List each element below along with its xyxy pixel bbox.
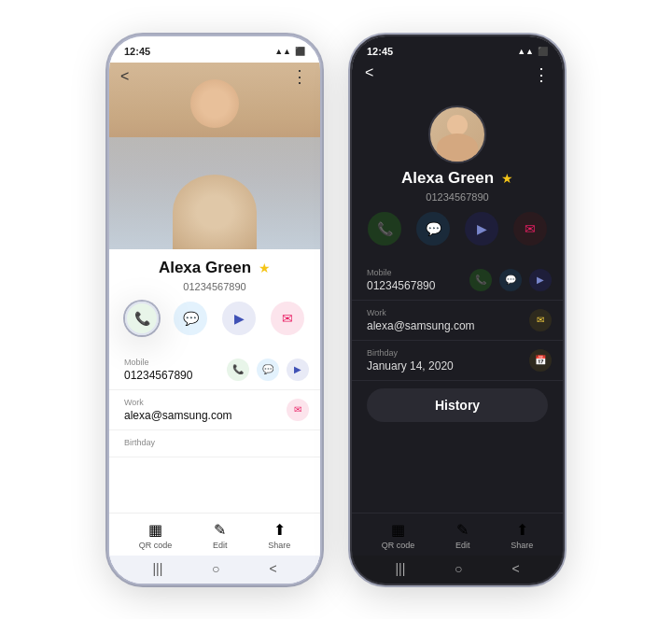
details-list-light: Mobile 01234567890 📞 💬 ▶ Work alexa@sams…: [109, 350, 320, 513]
back-button-light[interactable]: <: [120, 68, 129, 85]
light-phone: 12:45 ▲▲ ⬛ < ⋮ Alexa Gr: [107, 35, 322, 585]
action-row-light: 📞 💬 ▶ ✉: [124, 302, 305, 335]
share-label-light: Share: [268, 541, 290, 550]
birthday-actions-dark: 📅: [529, 349, 552, 372]
contact-phone-light: 01234567890: [124, 281, 305, 292]
work-detail-light: Work alexa@samsung.com ✉: [109, 390, 320, 430]
call-button-dark[interactable]: 📞: [368, 212, 401, 246]
qr-code-button-light[interactable]: ▦ QR code: [139, 521, 173, 550]
qr-code-button-dark[interactable]: ▦ QR code: [382, 521, 415, 550]
work-email-btn-light[interactable]: ✉: [287, 399, 309, 421]
work-email-light: alexa@samsung.com: [124, 409, 305, 422]
bottom-bar-light: ▦ QR code ✎ Edit ⬆ Share: [109, 513, 320, 556]
nav-home-light[interactable]: ○: [212, 561, 219, 576]
more-menu-dark[interactable]: ⋮: [533, 64, 550, 85]
email-button-light[interactable]: ✉: [271, 302, 304, 335]
favorite-star-light[interactable]: ★: [259, 260, 271, 275]
signal-icon-dark: ⬛: [538, 47, 548, 56]
video-button-light[interactable]: ▶: [222, 302, 256, 335]
hero-bg: [109, 137, 320, 249]
birthday-detail-light: Birthday: [109, 430, 320, 457]
status-icons-light: ▲▲ ⬛: [274, 47, 305, 56]
message-button-light[interactable]: 💬: [174, 302, 207, 335]
nav-back-light[interactable]: <: [269, 561, 276, 576]
share-icon-light: ⬆: [273, 521, 286, 539]
top-bar-dark: < ⋮: [352, 63, 563, 87]
edit-button-dark[interactable]: ✎ Edit: [455, 521, 470, 550]
work-label-dark: Work: [367, 308, 548, 317]
mobile-call-light[interactable]: 📞: [227, 359, 249, 381]
mobile-actions-dark: 📞 💬 ▶: [469, 269, 552, 291]
edit-icon-light: ✎: [214, 521, 226, 539]
signal-icon-light: ⬛: [295, 47, 305, 56]
mobile-msg-dark[interactable]: 💬: [499, 269, 522, 291]
mobile-detail-dark: Mobile 01234567890 📞 💬 ▶: [352, 260, 563, 301]
time-dark: 12:45: [367, 46, 393, 57]
nav-back-dark[interactable]: <: [511, 561, 519, 576]
edit-label-light: Edit: [213, 541, 228, 550]
wifi-icon-light: ▲▲: [274, 47, 291, 56]
wifi-icon-dark: ▲▲: [517, 47, 534, 56]
work-label-light: Work: [124, 398, 305, 407]
qr-label-light: QR code: [139, 541, 173, 550]
contact-info-light: Alexa Green ★ 01234567890 📞 💬 ▶ ✉: [109, 249, 320, 350]
qr-icon-light: ▦: [148, 521, 162, 539]
history-button[interactable]: History: [367, 388, 548, 422]
edit-label-dark: Edit: [455, 541, 470, 550]
mobile-msg-light[interactable]: 💬: [257, 359, 279, 381]
spacer-dark: [352, 429, 563, 513]
birthday-detail-dark: Birthday January 14, 2020 📅: [352, 341, 563, 381]
dark-phone: 12:45 ▲▲ ⬛ < ⋮ Alexa Green ★ 01234567890: [350, 35, 565, 585]
mobile-vid-light[interactable]: ▶: [287, 359, 309, 381]
edit-icon-dark: ✎: [456, 521, 469, 539]
share-button-dark[interactable]: ⬆ Share: [511, 521, 533, 550]
action-row-dark: 📞 💬 ▶ ✉: [367, 212, 548, 246]
birthday-value-dark: January 14, 2020: [367, 359, 548, 373]
contact-name-light: Alexa Green: [159, 259, 251, 277]
email-button-dark[interactable]: ✉: [513, 212, 547, 246]
details-list-dark: Mobile 01234567890 📞 💬 ▶ Work alexa@sams…: [352, 260, 563, 429]
nav-bar-dark: ||| ○ <: [352, 556, 563, 584]
name-row-light: Alexa Green ★: [124, 259, 305, 277]
time-light: 12:45: [124, 46, 150, 57]
nav-bar-light: ||| ○ <: [109, 556, 320, 584]
birthday-cal-btn-dark[interactable]: 📅: [529, 349, 552, 372]
mobile-call-dark[interactable]: 📞: [469, 269, 492, 291]
share-icon-dark: ⬆: [516, 521, 528, 539]
status-bar-light: 12:45 ▲▲ ⬛: [109, 36, 320, 63]
mobile-actions-light: 📞 💬 ▶: [227, 359, 309, 381]
birthday-label-light: Birthday: [124, 438, 305, 447]
video-button-dark[interactable]: ▶: [465, 212, 498, 246]
work-actions-light: ✉: [287, 399, 309, 421]
share-label-dark: Share: [511, 541, 533, 550]
favorite-star-dark[interactable]: ★: [501, 171, 513, 186]
back-button-dark[interactable]: <: [365, 64, 373, 85]
share-button-light[interactable]: ⬆ Share: [268, 521, 290, 550]
more-menu-light[interactable]: ⋮: [291, 66, 309, 87]
nav-menu-dark[interactable]: |||: [395, 561, 405, 576]
work-email-dark: alexa@samsung.com: [367, 319, 548, 332]
contact-name-dark: Alexa Green: [401, 169, 494, 188]
mobile-detail-light: Mobile 01234567890 📞 💬 ▶: [109, 350, 320, 390]
status-icons-dark: ▲▲ ⬛: [517, 47, 548, 56]
message-button-dark[interactable]: 💬: [416, 212, 450, 246]
birthday-label-dark: Birthday: [367, 348, 548, 358]
status-bar-dark: 12:45 ▲▲ ⬛: [352, 36, 563, 63]
nav-menu-light[interactable]: |||: [152, 561, 162, 576]
avatar-dark: [428, 106, 486, 163]
work-email-btn-dark[interactable]: ✉: [529, 309, 552, 331]
contact-hero: < ⋮: [109, 63, 320, 249]
call-button-light[interactable]: 📞: [125, 302, 159, 335]
bottom-bar-dark: ▦ QR code ✎ Edit ⬆ Share: [352, 513, 563, 556]
top-bar-light: < ⋮: [109, 63, 320, 91]
mobile-vid-dark[interactable]: ▶: [529, 269, 552, 291]
contact-phone-dark: 01234567890: [367, 191, 548, 203]
nav-home-dark[interactable]: ○: [455, 561, 462, 576]
hero-photo: [109, 63, 320, 249]
qr-label-dark: QR code: [382, 541, 415, 550]
contact-info-dark: Alexa Green ★ 01234567890 📞 💬 ▶ ✉: [352, 87, 563, 260]
edit-button-light[interactable]: ✎ Edit: [213, 521, 228, 550]
name-row-dark: Alexa Green ★: [367, 169, 548, 188]
qr-icon-dark: ▦: [391, 521, 405, 539]
work-actions-dark: ✉: [529, 309, 552, 331]
